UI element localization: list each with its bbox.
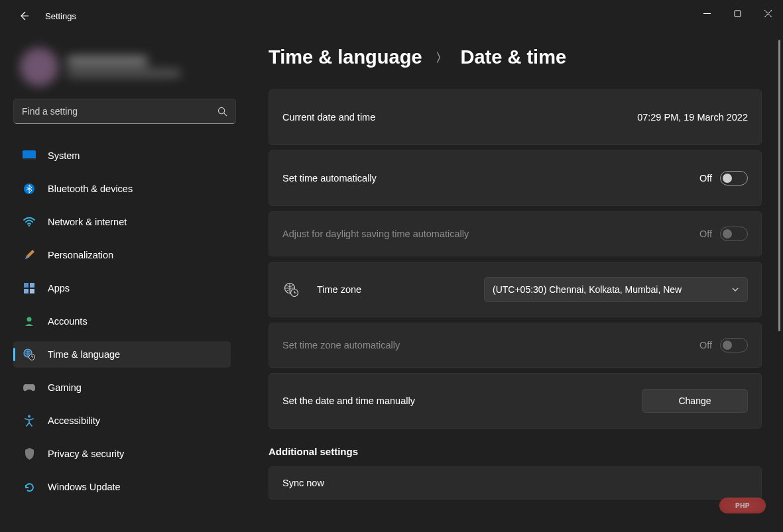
card-timezone: Time zone (UTC+05:30) Chennai, Kolkata, … [269,262,762,317]
sidebar-item-windows-update[interactable]: Windows Update [13,474,231,500]
auto-time-toggle[interactable] [720,171,748,186]
svg-rect-3 [23,158,36,160]
sidebar-item-system[interactable]: System [13,142,231,169]
card-auto-tz: Set time zone automatically Off [269,323,762,368]
sidebar-item-network[interactable]: Network & internet [13,209,231,235]
manual-datetime-label: Set the date and time manually [282,396,642,406]
timezone-label: Time zone [317,284,484,295]
svg-point-13 [28,415,30,418]
change-button-label: Change [678,396,711,406]
breadcrumb: Time & language 〉 Date & time [269,46,783,68]
timezone-value: (UTC+05:30) Chennai, Kolkata, Mumbai, Ne… [493,284,731,295]
accessibility-icon [23,414,36,427]
chevron-right-icon: 〉 [436,50,448,66]
sidebar-nav: System Bluetooth & devices Network & int… [13,142,231,507]
svg-rect-6 [24,283,29,288]
sidebar-item-label: Bluetooth & devices [48,184,133,194]
svg-rect-9 [30,289,34,293]
sidebar-item-label: Network & internet [48,217,127,227]
chevron-down-icon [731,286,739,293]
sidebar-item-label: Gaming [48,382,82,393]
minimize-button[interactable] [692,0,722,27]
card-dst: Adjust for daylight saving time automati… [269,211,762,256]
scrollbar[interactable] [778,40,780,331]
sidebar-item-apps[interactable]: Apps [13,275,231,301]
svg-point-1 [218,107,224,113]
globe-clock-icon [23,348,36,361]
sidebar-item-personalization[interactable]: Personalization [13,242,231,268]
sidebar-item-label: System [48,150,80,161]
sync-now-label: Sync now [282,478,748,488]
sidebar-item-label: Personalization [48,250,113,260]
close-button[interactable] [753,0,783,27]
dst-label: Adjust for daylight saving time automati… [282,229,699,239]
watermark: PHP [719,498,766,513]
current-datetime-label: Current date and time [282,112,637,123]
profile-name [68,56,147,66]
breadcrumb-parent[interactable]: Time & language [269,46,422,68]
person-icon [23,315,36,328]
sidebar-item-label: Apps [48,283,70,293]
svg-point-10 [27,317,32,322]
sidebar-item-accessibility[interactable]: Accessibility [13,407,231,434]
update-icon [23,480,36,494]
auto-tz-label: Set time zone automatically [282,340,699,350]
user-profile[interactable] [13,38,231,95]
dst-toggle [720,227,748,241]
svg-rect-2 [23,150,36,160]
additional-settings-header: Additional settings [269,446,783,457]
card-auto-time[interactable]: Set time automatically Off [269,150,762,206]
profile-email [68,70,180,77]
svg-rect-0 [735,11,741,17]
sidebar-item-privacy[interactable]: Privacy & security [13,441,231,467]
display-icon [23,149,36,162]
gamepad-icon [23,381,36,394]
sidebar-item-label: Privacy & security [48,449,124,459]
sidebar-item-label: Accounts [48,316,88,327]
sidebar-item-label: Accessibility [48,415,100,426]
search-icon [217,107,227,117]
sidebar-item-label: Windows Update [48,482,121,492]
page-title: Date & time [461,46,567,68]
card-current-datetime: Current date and time 07:29 PM, 19 March… [269,89,762,145]
card-sync-now: Sync now [269,466,762,500]
current-datetime-value: 07:29 PM, 19 March 2022 [637,112,748,123]
sidebar-item-gaming[interactable]: Gaming [13,374,231,401]
auto-tz-state: Off [699,340,712,350]
dst-state: Off [699,229,712,239]
svg-rect-8 [24,289,29,293]
paintbrush-icon [23,248,36,262]
globe-clock-icon [282,281,300,298]
svg-rect-7 [30,283,34,288]
auto-time-label: Set time automatically [282,173,699,184]
sidebar-item-time-language[interactable]: Time & language [13,341,231,368]
auto-time-state: Off [699,173,712,184]
card-manual-datetime: Set the date and time manually Change [269,373,762,429]
sidebar-item-label: Time & language [48,349,120,360]
sidebar-item-accounts[interactable]: Accounts [13,308,231,335]
avatar [20,48,58,86]
shield-icon [23,447,36,460]
search-input[interactable]: Find a setting [13,99,236,124]
search-placeholder: Find a setting [22,106,217,117]
sidebar-item-bluetooth[interactable]: Bluetooth & devices [13,176,231,202]
window-title: Settings [45,11,76,21]
timezone-dropdown[interactable]: (UTC+05:30) Chennai, Kolkata, Mumbai, Ne… [484,277,748,302]
back-button[interactable] [12,4,36,28]
wifi-icon [23,215,36,229]
auto-tz-toggle [720,338,748,352]
bluetooth-icon [23,182,36,195]
apps-icon [23,282,36,295]
change-button[interactable]: Change [642,389,748,413]
maximize-button[interactable] [722,0,753,27]
svg-point-5 [29,225,30,227]
